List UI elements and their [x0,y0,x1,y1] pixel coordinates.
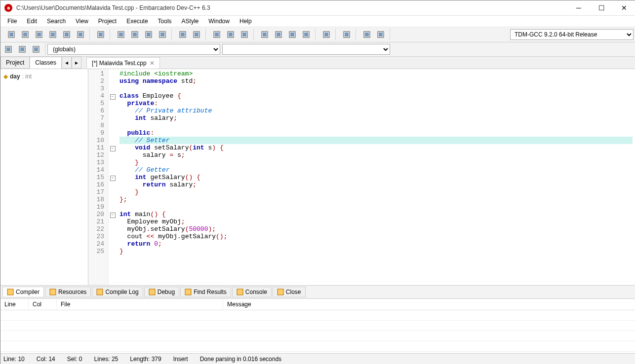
compile-button[interactable] [211,29,223,40]
col-message[interactable]: Message [223,299,635,310]
code-line[interactable]: return salary; [119,181,633,188]
code-line[interactable]: myObj.setSalary(50000); [119,225,633,233]
code-line[interactable]: // Private attribute [119,107,633,114]
compiler-select[interactable]: TDM-GCC 9.2.0 64-bit Release [510,29,634,40]
save-all-button[interactable] [47,29,59,40]
fold-toggle[interactable]: − [110,146,116,151]
grid4-button[interactable] [300,29,312,40]
tab-nav-right[interactable]: ▸ [72,57,81,69]
bookmark2-button[interactable] [30,43,42,55]
bottom-tab-debug[interactable]: Debug [144,287,179,297]
menu-tools[interactable]: Tools [153,17,177,26]
col-col[interactable]: Col [29,299,57,310]
run-button[interactable] [225,29,237,40]
console-icon [237,289,243,295]
bookmark-button[interactable] [157,29,168,40]
undo-button[interactable] [177,29,189,40]
bottom-tab-resources[interactable]: Resources [45,287,91,297]
class-browser[interactable]: ◆ day : int [0,69,88,285]
redo-button[interactable] [191,29,202,40]
code-line[interactable]: class Employee { [119,92,633,100]
stop-button[interactable] [341,29,353,40]
code-line[interactable]: Employee myObj; [119,218,633,225]
menu-file[interactable]: File [2,17,22,26]
compile-run-button[interactable] [238,29,250,40]
code-line[interactable] [119,122,633,129]
chart2-button[interactable] [375,29,387,40]
minimize-button[interactable]: ─ [567,0,590,15]
scope-dropdown[interactable]: (globals) [47,44,220,55]
member-dropdown[interactable] [222,44,390,55]
save-file-button[interactable] [33,29,45,40]
code-line[interactable]: int getSalary() { [119,174,633,181]
back-button[interactable] [2,43,14,55]
menu-astyle[interactable]: AStyle [177,17,204,26]
new-file-button[interactable] [5,29,17,40]
close-window-button[interactable]: ✕ [613,0,635,15]
chart1-button[interactable] [361,29,373,40]
bottom-tab-compiler[interactable]: Compiler [2,287,44,297]
menu-view[interactable]: View [71,17,93,26]
menu-project[interactable]: Project [93,17,121,26]
window: ⊕ C:\Users\User\Documents\Malavida Test.… [0,0,635,364]
code-line[interactable]: // Setter [119,137,633,144]
menu-help[interactable]: Help [235,17,257,26]
line-gutter[interactable]: 1234567891011121314151617181920212223242… [88,69,109,285]
svg-rect-3 [23,33,27,36]
code-line[interactable]: #include <iostream> [119,70,633,77]
col-line[interactable]: Line [0,299,29,310]
close-file-button[interactable] [61,29,73,40]
code-line[interactable]: }; [119,196,633,203]
tree-item[interactable]: ◆ day : int [3,72,85,81]
maximize-button[interactable]: ☐ [590,0,613,15]
close-tab-icon[interactable]: ✕ [150,60,155,67]
code-line[interactable]: using namespace std; [119,77,633,85]
fold-gutter[interactable]: −−−− [109,69,117,285]
forward-button[interactable] [16,43,28,55]
menu-window[interactable]: Window [203,17,235,26]
code-line[interactable]: return 0; [119,240,633,248]
left-tab-project[interactable]: Project [0,57,30,69]
grid1-button[interactable] [259,29,271,40]
grid2-button[interactable] [273,29,284,40]
replace-button[interactable] [129,29,141,40]
code-line[interactable]: } [119,188,633,196]
fold-toggle[interactable]: − [110,94,116,100]
code-line[interactable] [119,85,633,92]
close-all-button[interactable] [75,29,86,40]
fold-toggle[interactable]: − [110,213,116,218]
code-line[interactable]: salary = s; [119,151,633,159]
find-in-files-button[interactable] [143,29,155,40]
code-editor[interactable]: 1234567891011121314151617181920212223242… [88,69,635,285]
code-line[interactable]: // Getter [119,166,633,174]
code-line[interactable]: cout << myObj.getSalary(); [119,233,633,240]
code-line[interactable]: public: [119,129,633,137]
bottom-tab-close[interactable]: Close [273,287,306,297]
table-row [0,310,635,321]
code-line[interactable]: } [119,248,633,255]
code-line[interactable]: int salary; [119,114,633,122]
col-file[interactable]: File [57,299,223,310]
editor-tab[interactable]: [*] Malavida Test.cpp ✕ [86,57,160,69]
print-button[interactable] [95,29,107,40]
left-tab-classes[interactable]: Classes [30,57,62,69]
menu-search[interactable]: Search [42,17,71,26]
code-line[interactable]: void setSalary(int s) { [119,144,633,151]
compiler-panel[interactable]: LineColFileMessage [0,299,635,353]
fold-toggle[interactable]: − [110,176,116,181]
menu-execute[interactable]: Execute [121,17,153,26]
code-line[interactable]: } [119,159,633,166]
code-line[interactable]: int main() { [119,211,633,218]
bottom-tab-console[interactable]: Console [232,287,272,297]
code-content[interactable]: #include <iostream>using namespace std;c… [117,69,635,285]
bottom-tab-compile-log[interactable]: Compile Log [92,287,143,297]
code-line[interactable] [119,203,633,211]
bottom-tab-find-results[interactable]: Find Results [180,287,231,297]
menu-edit[interactable]: Edit [22,17,42,26]
tab-nav-left[interactable]: ◂ [62,57,72,69]
check-button[interactable] [320,29,332,40]
code-line[interactable]: private: [119,100,633,107]
find-button[interactable] [115,29,127,40]
grid3-button[interactable] [286,29,298,40]
open-file-button[interactable] [19,29,31,40]
